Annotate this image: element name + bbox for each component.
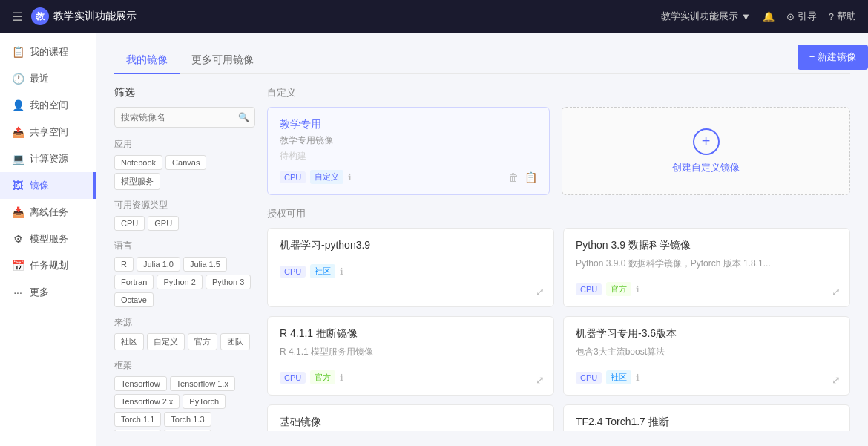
info-icon[interactable]: ℹ xyxy=(348,172,352,183)
filter-tag-cpu[interactable]: CPU xyxy=(114,216,145,231)
filter-tag-torch16[interactable]: Torch 1.6 xyxy=(114,430,161,431)
tabs: 我的镜像 更多可用镜像 xyxy=(114,47,850,74)
authorized-section-title: 授权可用 xyxy=(267,207,850,220)
card-1-action-icon[interactable]: ⤢ xyxy=(832,286,841,298)
mirror-card-name-0: 机器学习-python3.9 xyxy=(280,239,542,252)
filter-tag-custom[interactable]: 自定义 xyxy=(147,333,185,350)
sidebar-item-modelservice[interactable]: ⚙ 模型服务 xyxy=(0,226,96,252)
card-0-action-icon[interactable]: ⤢ xyxy=(536,286,545,298)
filter-section-language-title: 语言 xyxy=(114,240,255,252)
sidebar-item-courses[interactable]: 📋 我的课程 xyxy=(0,39,96,65)
topbar-title: 教学实训功能展示 xyxy=(53,10,137,23)
topbar-platform-switcher[interactable]: 教学实训功能展示 ▼ xyxy=(661,10,751,23)
card-1-info-icon[interactable]: ℹ xyxy=(636,284,640,295)
filter-tag-official[interactable]: 官方 xyxy=(188,333,217,350)
filter-section-source: 来源 社区 自定义 官方 团队 xyxy=(114,316,255,350)
card-3-info-icon[interactable]: ℹ xyxy=(636,373,640,383)
new-mirror-button[interactable]: + 新建镜像 xyxy=(798,45,868,70)
card-2-action-icon[interactable]: ⤢ xyxy=(536,374,545,386)
tab-my-mirrors[interactable]: 我的镜像 xyxy=(114,47,180,74)
sidebar-item-recent[interactable]: 🕐 最近 xyxy=(0,65,96,92)
filter-section-framework: 框架 Tensorflow Tensorflow 1.x Tensorflow … xyxy=(114,359,255,431)
filter-tag-r[interactable]: R xyxy=(114,257,134,272)
more-icon: ··· xyxy=(12,286,24,298)
filter-tag-julia10[interactable]: Julia 1.0 xyxy=(137,257,180,272)
filter-tag-julia15[interactable]: Julia 1.5 xyxy=(183,257,227,272)
topbar: ☰ 教 教学实训功能展示 教学实训功能展示 ▼ 🔔 ⊙ 引导 ? 帮助 xyxy=(0,0,868,33)
filter-tag-gpu[interactable]: GPU xyxy=(148,216,179,231)
offline-icon: 📥 xyxy=(12,206,24,218)
card-1-tag-type: 官方 xyxy=(606,282,631,296)
mirror-icon: 🖼 xyxy=(12,180,24,191)
custom-section-row: 教学专用 教学专用镜像 待构建 CPU 自定义 ℹ 🗑 📋 xyxy=(267,107,850,195)
filter-tag-torch18[interactable]: Torch 1.8 xyxy=(164,430,211,431)
sidebar-item-compute[interactable]: 💻 计算资源 xyxy=(0,145,96,172)
filter-tags-app: Notebook Canvas 模型服务 xyxy=(114,155,255,190)
filter-tag-python3[interactable]: Python 3 xyxy=(206,275,251,289)
filter-section-resource-title: 可用资源类型 xyxy=(114,199,255,211)
filter-tag-python2[interactable]: Python 2 xyxy=(157,275,202,289)
card-0-info-icon[interactable]: ℹ xyxy=(340,266,343,277)
logo: 教 教学实训功能展示 xyxy=(31,7,137,25)
card-3-action-icon[interactable]: ⤢ xyxy=(832,374,841,386)
sidebar-item-offline[interactable]: 📥 离线任务 xyxy=(0,199,96,226)
filter-tag-community[interactable]: 社区 xyxy=(114,333,144,350)
topbar-right: 教学实训功能展示 ▼ 🔔 ⊙ 引导 ? 帮助 xyxy=(661,10,856,23)
mirror-card-footer-3: CPU 社区 ℹ xyxy=(576,370,838,384)
sidebar: 📋 我的课程 🕐 最近 👤 我的空间 📤 共享空间 💻 计算资源 🖼 镜像 📥 … xyxy=(0,33,96,446)
mirror-card-tf24-torch17: TF2.4 Torch1.7 推断 tf2.4.2-torch1.7.1-py3… xyxy=(563,404,850,431)
filter-tags-language: R Julia 1.0 Julia 1.5 Fortran Python 2 P… xyxy=(114,257,255,307)
card-0-tag-type: 社区 xyxy=(310,264,335,278)
create-custom-card[interactable]: + 创建自定义镜像 xyxy=(562,107,850,195)
filter-tag-tensorflow[interactable]: Tensorflow xyxy=(114,376,167,391)
filter-tag-modelservice[interactable]: 模型服务 xyxy=(114,173,160,190)
main-content: + 新建镜像 我的镜像 更多可用镜像 筛选 🔍 应用 Notebook xyxy=(96,33,868,446)
filter-tag-tensorflow2x[interactable]: Tensorflow 2.x xyxy=(114,394,180,409)
search-input[interactable] xyxy=(114,107,255,128)
recent-icon: 🕐 xyxy=(12,73,24,85)
card-2-info-icon[interactable]: ℹ xyxy=(340,373,343,383)
card-3-tag-type: 社区 xyxy=(606,370,631,384)
topbar-help[interactable]: ? 帮助 xyxy=(829,10,856,23)
mirror-card-ml36: 机器学习专用-3.6版本 包含3大主流boost算法 CPU 社区 ℹ ⤢ xyxy=(563,316,850,396)
filter-tag-fortran[interactable]: Fortran xyxy=(114,275,154,289)
courses-icon: 📋 xyxy=(12,46,24,58)
mirror-card-python39-ds: Python 3.9 数据科学镜像 Python 3.9.0 数据科学镜像，Py… xyxy=(563,228,850,307)
mirror-card-name-5: TF2.4 Torch1.7 推断 xyxy=(576,416,838,429)
filter-tag-torch13[interactable]: Torch 1.3 xyxy=(164,412,211,427)
filter-tag-octave[interactable]: Octave xyxy=(114,292,154,307)
sidebar-item-mirror[interactable]: 🖼 镜像 xyxy=(0,172,96,199)
filter-tags-framework: Tensorflow Tensorflow 1.x Tensorflow 2.x… xyxy=(114,376,255,431)
filter-section-language: 语言 R Julia 1.0 Julia 1.5 Fortran Python … xyxy=(114,240,255,307)
mirror-card-ml-python39: 机器学习-python3.9 CPU 社区 ℹ ⤢ xyxy=(267,228,554,307)
custom-section-title: 自定义 xyxy=(267,86,850,99)
custom-card-name: 教学专用 xyxy=(280,118,537,131)
tab-more-mirrors[interactable]: 更多可用镜像 xyxy=(180,47,266,74)
logo-icon: 教 xyxy=(31,7,49,25)
mirror-card-desc-3: 包含3大主流boost算法 xyxy=(576,345,838,358)
custom-card-footer: CPU 自定义 ℹ 🗑 📋 xyxy=(280,170,537,184)
copy-icon[interactable]: 📋 xyxy=(525,171,537,183)
menu-icon[interactable]: ☰ xyxy=(12,10,22,24)
delete-icon[interactable]: 🗑 xyxy=(508,171,519,183)
filter-tag-notebook[interactable]: Notebook xyxy=(114,155,162,170)
sidebar-item-sharedspace[interactable]: 📤 共享空间 xyxy=(0,119,96,145)
filter-tag-tensorflow1x[interactable]: Tensorflow 1.x xyxy=(170,376,235,391)
mirror-card-r411: R 4.1.1 推断镜像 R 4.1.1 模型服务用镜像 CPU 官方 ℹ ⤢ xyxy=(267,316,554,396)
filter-tag-pytorch[interactable]: PyTorch xyxy=(183,394,226,409)
sidebar-item-myspace[interactable]: 👤 我的空间 xyxy=(0,92,96,119)
topbar-notification[interactable]: 🔔 xyxy=(763,11,775,22)
topbar-guide[interactable]: ⊙ 引导 xyxy=(786,10,817,23)
mirror-card-footer-2: CPU 官方 ℹ xyxy=(280,370,542,384)
sidebar-item-taskplan[interactable]: 📅 任务规划 xyxy=(0,252,96,279)
filter-section-app-title: 应用 xyxy=(114,138,255,151)
filter-tag-canvas[interactable]: Canvas xyxy=(165,155,206,170)
filter-tag-team[interactable]: 团队 xyxy=(220,333,250,350)
sidebar-item-more[interactable]: ··· 更多 xyxy=(0,279,96,306)
card-2-tag-type: 官方 xyxy=(310,370,335,384)
results-area: 自定义 教学专用 教学专用镜像 待构建 CPU 自定义 ℹ 🗑 xyxy=(267,86,850,431)
filter-tag-torch11[interactable]: Torch 1.1 xyxy=(114,412,161,427)
myspace-icon: 👤 xyxy=(12,99,24,111)
mirror-card-footer-0: CPU 社区 ℹ xyxy=(280,264,542,278)
mirror-card-base: 基础镜像 包含 Python3, Python2, R, Julia 1.0 环… xyxy=(267,404,554,431)
